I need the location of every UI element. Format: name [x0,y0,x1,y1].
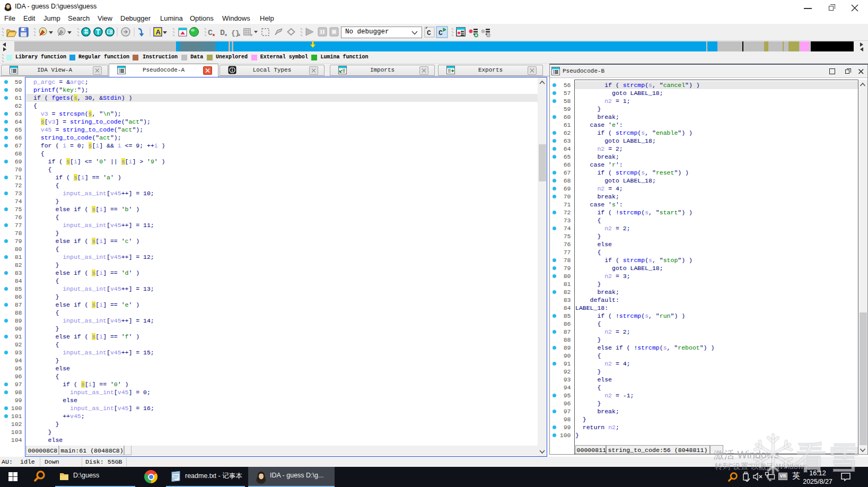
svg-text:C: C [439,29,443,37]
svg-text:D: D [220,29,225,38]
svg-text:{}: {} [231,29,240,37]
svg-text:C: C [208,29,213,38]
svg-text:C: C [427,29,431,37]
svg-text:A: A [156,28,161,36]
